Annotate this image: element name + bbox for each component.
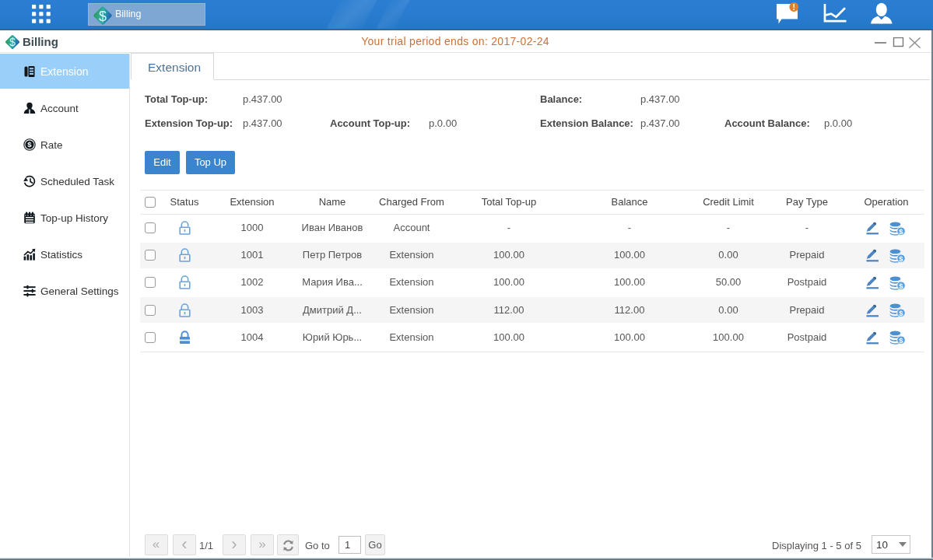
svg-text:$: $ xyxy=(899,254,903,262)
svg-text:$: $ xyxy=(99,8,107,23)
svg-text:$: $ xyxy=(899,336,903,345)
svg-text:$: $ xyxy=(899,309,903,317)
svg-text:$: $ xyxy=(899,226,903,235)
svg-text:$: $ xyxy=(899,282,903,290)
svg-text:$: $ xyxy=(27,140,32,149)
svg-text:!: ! xyxy=(793,2,796,12)
